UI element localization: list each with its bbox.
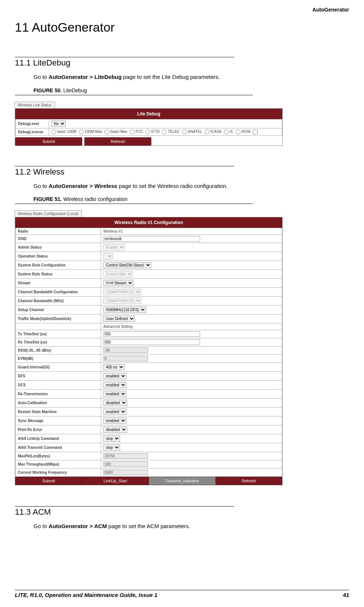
config-input xyxy=(103,453,148,459)
row-label: Traffic Mode(Uplink/Downlink) xyxy=(16,314,101,323)
config-select[interactable]: enabled xyxy=(103,409,126,415)
config-select[interactable]: enabled xyxy=(103,391,126,397)
license-radio[interactable] xyxy=(182,130,187,134)
config-select[interactable]: disabled xyxy=(103,427,127,433)
row-value-cell: stop xyxy=(101,434,282,443)
config-select[interactable]: stop xyxy=(103,444,120,451)
license-option[interactable]: ROW xyxy=(236,130,251,134)
figure-caption-51: FIGURE 51. Wireless radio configuration xyxy=(33,196,349,202)
config-input[interactable] xyxy=(103,236,200,242)
table-row: DebugLicense basic-100M100M-Maxbasic-Max… xyxy=(16,128,282,135)
row-label: Admin Status xyxy=(16,243,101,252)
row-value-cell: enabled xyxy=(101,372,282,381)
submit-button[interactable]: Submit xyxy=(15,477,82,485)
config-select[interactable]: Control Site(Old Slave) xyxy=(103,262,151,268)
license-radio[interactable] xyxy=(236,130,241,134)
row-label: Radio xyxy=(16,228,101,235)
submit-button[interactable]: Submit xyxy=(15,137,82,146)
config-input xyxy=(103,348,148,353)
license-option[interactable]: basic-100M xyxy=(51,130,77,134)
config-select: 11NAHT40PLUS xyxy=(103,298,141,304)
transmit-noaction-button[interactable]: Transmit_noAction xyxy=(149,477,216,485)
config-select[interactable]: 400 ns xyxy=(103,364,125,370)
row-label: Ath0 LinkUp Command xyxy=(16,434,101,443)
license-option[interactable]: basic-Max xyxy=(104,130,128,134)
config-select[interactable]: 5580MHz(116 DFS) xyxy=(103,307,146,313)
row-value-cell: Control Site xyxy=(101,270,282,279)
table-row: Current Working Frequency xyxy=(16,469,282,477)
license-option[interactable]: ETSI xyxy=(145,130,160,134)
table-row: StreamV+H Stream xyxy=(16,279,282,288)
row-label: Channel Bandwidth (MHz) xyxy=(16,297,101,306)
body-text: page to set the ACM parameters. xyxy=(107,523,190,529)
refresh-button[interactable]: Refresh xyxy=(84,137,151,146)
panel-tab: Wireless Radio Configuration (Local) xyxy=(15,210,82,217)
config-input xyxy=(103,461,148,467)
debuglevel-select[interactable]: No xyxy=(51,121,66,127)
row-label: Max Throughput(Mbps) xyxy=(16,460,101,469)
table-row: MaxPktLen(Bytes) xyxy=(16,452,282,460)
row-label: Re-Transmission xyxy=(16,390,101,399)
license-option[interactable]: IC xyxy=(224,130,233,134)
table-row: DCSenabled xyxy=(16,381,282,390)
row-value-cell: disabled xyxy=(101,425,282,434)
row-label: Operation Status xyxy=(16,252,101,261)
row-label: Tx TimeSlot (us) xyxy=(16,330,101,338)
license-checkbox[interactable] xyxy=(253,130,258,134)
body-text: Go to xyxy=(33,183,49,189)
table-row: Auto-Calibrationdisabled xyxy=(16,399,282,408)
body-path: AutoGenerator > ACM xyxy=(49,523,107,529)
linkup-start-button[interactable]: LinkUp_Start xyxy=(82,477,149,485)
license-radio[interactable] xyxy=(145,130,150,134)
row-label: Restart State Machine xyxy=(16,408,101,416)
config-input[interactable] xyxy=(103,331,200,337)
config-select[interactable]: disabled xyxy=(103,400,127,406)
license-radio[interactable] xyxy=(162,130,167,134)
row-value-cell: stop xyxy=(101,443,282,452)
license-radio[interactable] xyxy=(104,130,109,134)
table-row: Rx TimeSlot (us) xyxy=(16,338,282,346)
license-radio[interactable] xyxy=(51,130,56,134)
config-select[interactable]: enabled xyxy=(103,382,126,388)
config-select[interactable]: User Defined xyxy=(103,316,135,322)
body-path: AutoGenerator > LiteDebug xyxy=(49,74,122,80)
config-select[interactable]: enabled xyxy=(103,418,126,424)
license-radio[interactable] xyxy=(224,130,229,134)
panel-header: Wireless Radio #1 Configuration xyxy=(15,217,282,228)
figure-label: FIGURE 51. xyxy=(33,196,62,202)
license-radio[interactable] xyxy=(130,130,135,134)
license-option[interactable]: 100M-Max xyxy=(79,130,102,134)
refresh-button[interactable]: Refresh xyxy=(216,477,283,485)
section-rule xyxy=(15,506,234,507)
row-label: EVM(dB) xyxy=(16,355,101,363)
config-select: Control Site xyxy=(103,271,133,277)
section-body-litedebug: Go to AutoGenerator > LiteDebug page to … xyxy=(33,73,349,82)
config-select xyxy=(103,253,113,259)
footer-doc-title: LITE, R1.0, Operation and Maintenance Gu… xyxy=(15,592,157,598)
table-row: Ath0 Transmit Commandstop xyxy=(16,443,282,452)
license-radio[interactable] xyxy=(204,130,209,134)
config-input[interactable] xyxy=(103,339,200,345)
license-option[interactable]: TELEC xyxy=(162,130,180,134)
row-label: Current Working Frequency xyxy=(16,469,101,477)
license-option[interactable]: ANATEL xyxy=(182,130,202,134)
body-text: page to set the Wireless radio configura… xyxy=(117,183,228,189)
row-value-cell xyxy=(101,460,282,469)
table-row: Traffic Mode(Uplink/Downlink)User Define… xyxy=(16,314,282,323)
license-option[interactable]: ICASA xyxy=(204,130,222,134)
table-row: Setup Channel5580MHz(116 DFS) xyxy=(16,306,282,314)
row-value-cell xyxy=(101,252,282,261)
table-row: Tx TimeSlot (us) xyxy=(16,330,282,338)
table-row: SSID xyxy=(16,235,282,243)
table-row: Ath0 LinkUp Commandstop xyxy=(16,434,282,443)
row-value-cell: enabled xyxy=(101,381,282,390)
license-radio[interactable] xyxy=(79,130,84,134)
row-value-cell xyxy=(101,452,282,460)
row-value-cell xyxy=(101,355,282,363)
row-label: System Role Configuration xyxy=(16,261,101,270)
table-row: Admin StatusEnable xyxy=(16,243,282,252)
config-select[interactable]: V+H Stream xyxy=(103,280,133,286)
license-option[interactable]: FCC xyxy=(130,130,144,134)
config-select[interactable]: enabled xyxy=(103,373,126,379)
config-select[interactable]: stop xyxy=(103,435,120,442)
